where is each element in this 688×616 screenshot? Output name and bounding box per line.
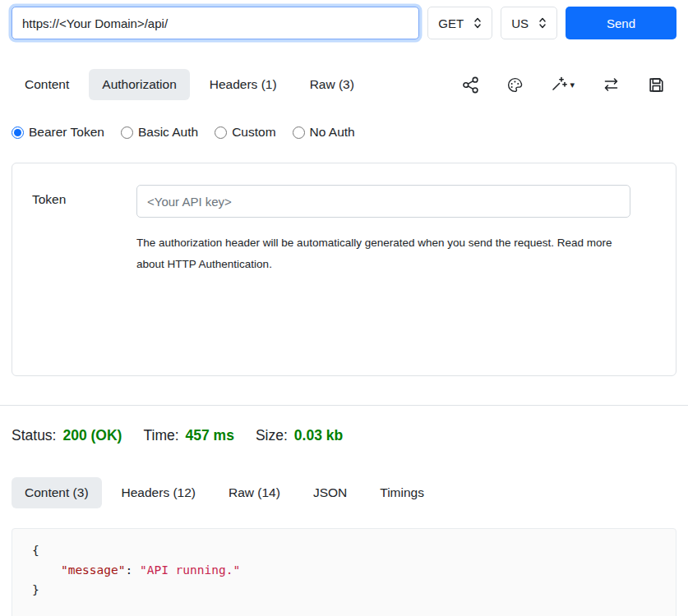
response-tab-json[interactable]: JSON xyxy=(300,477,360,508)
request-bar: GET US Send xyxy=(12,7,676,39)
status-value: 200 (OK) xyxy=(62,427,122,444)
tab-headers[interactable]: Headers (1) xyxy=(196,69,290,100)
response-tab-content[interactable]: Content (3) xyxy=(12,477,102,508)
token-column: The authorization header will be automat… xyxy=(136,185,630,274)
response-tab-headers[interactable]: Headers (12) xyxy=(109,477,209,508)
response-tabs: Content (3) Headers (12) Raw (14) JSON T… xyxy=(12,477,676,508)
token-help-text: The authorization header will be automat… xyxy=(136,232,620,274)
radio-no-auth-input[interactable] xyxy=(293,126,305,139)
method-select[interactable]: GET xyxy=(427,7,492,39)
response-tab-raw[interactable]: Raw (14) xyxy=(215,477,293,508)
token-label: Token xyxy=(32,185,136,274)
time-group: Time: 457 ms xyxy=(143,427,233,444)
radio-bearer-token-label: Bearer Token xyxy=(29,125,104,140)
radio-custom-label: Custom xyxy=(232,125,275,140)
updown-arrows-icon xyxy=(538,16,547,30)
code-line: } xyxy=(32,580,656,600)
radio-bearer-token[interactable]: Bearer Token xyxy=(12,125,104,140)
radio-basic-auth-label: Basic Auth xyxy=(138,125,198,140)
caret-down-icon: ▾ xyxy=(570,80,575,90)
section-divider xyxy=(0,405,688,406)
send-button[interactable]: Send xyxy=(566,7,676,39)
status-group: Status: 200 (OK) xyxy=(12,427,122,444)
method-select-value: GET xyxy=(438,16,464,30)
time-label: Time: xyxy=(143,427,178,444)
help-text-after: . xyxy=(269,258,272,270)
palette-icon[interactable] xyxy=(506,76,524,94)
token-input[interactable] xyxy=(136,185,630,218)
authorization-panel: Token The authorization header will be a… xyxy=(12,163,676,376)
auth-type-options: Bearer Token Basic Auth Custom No Auth xyxy=(12,125,676,140)
tab-content[interactable]: Content xyxy=(12,69,82,100)
request-tabs: Content Authorization Headers (1) Raw (3… xyxy=(12,69,367,100)
request-toolbar: ▾ xyxy=(462,76,676,94)
magic-wand-dropdown[interactable]: ▾ xyxy=(551,76,575,94)
status-label: Status: xyxy=(12,427,56,444)
response-tab-timings[interactable]: Timings xyxy=(367,477,437,508)
code-line: { xyxy=(32,540,656,560)
location-select-value: US xyxy=(511,16,529,30)
token-row: Token The authorization header will be a… xyxy=(32,185,656,274)
code-line: "message": "API running." xyxy=(32,560,656,580)
radio-no-auth[interactable]: No Auth xyxy=(293,125,355,140)
request-tabs-row: Content Authorization Headers (1) Raw (3… xyxy=(12,69,676,100)
radio-bearer-token-input[interactable] xyxy=(12,126,24,139)
response-status-row: Status: 200 (OK) Time: 457 ms Size: 0.03… xyxy=(12,427,676,444)
radio-basic-auth[interactable]: Basic Auth xyxy=(121,125,198,140)
location-select[interactable]: US xyxy=(501,7,557,39)
http-authentication-link[interactable]: HTTP Authentication xyxy=(168,258,270,270)
size-value: 0.03 kb xyxy=(294,427,343,444)
save-icon[interactable] xyxy=(648,76,665,94)
updown-arrows-icon xyxy=(473,16,482,30)
magic-wand-icon xyxy=(551,76,567,94)
size-label: Size: xyxy=(256,427,288,444)
radio-custom[interactable]: Custom xyxy=(215,125,275,140)
url-input[interactable] xyxy=(12,7,419,39)
time-value: 457 ms xyxy=(186,427,234,444)
tab-raw[interactable]: Raw (3) xyxy=(297,69,367,100)
api-client: GET US Send Content Authorization Header… xyxy=(0,0,688,616)
radio-custom-input[interactable] xyxy=(215,126,227,139)
swap-arrows-icon[interactable] xyxy=(602,76,621,93)
response-body[interactable]: { "message": "API running."} xyxy=(12,528,676,616)
radio-no-auth-label: No Auth xyxy=(310,125,355,140)
radio-basic-auth-input[interactable] xyxy=(121,126,133,139)
size-group: Size: 0.03 kb xyxy=(256,427,343,444)
tab-authorization[interactable]: Authorization xyxy=(89,69,189,100)
share-nodes-icon[interactable] xyxy=(462,76,479,94)
